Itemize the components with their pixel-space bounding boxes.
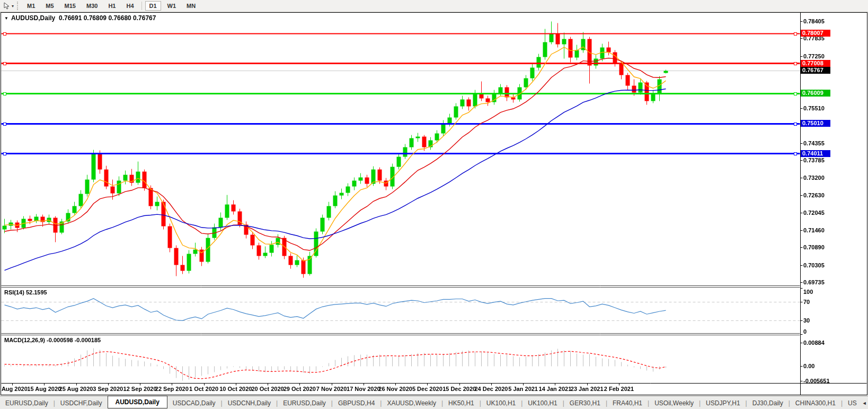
level-price-badge: 0.78007 bbox=[801, 30, 830, 37]
chart-symbol: AUDUSD,Daily bbox=[11, 14, 55, 22]
date-axis-label: 2 Feb 2021 bbox=[604, 386, 634, 392]
timeframe-button-h1[interactable]: H1 bbox=[104, 1, 120, 11]
pointer-icon bbox=[3, 2, 11, 10]
price-axis-tick: 0.73785 bbox=[803, 157, 825, 163]
date-axis-label: 20 Oct 2020 bbox=[252, 386, 284, 392]
chart-tab-dj30-daily[interactable]: DJ30,Daily bbox=[747, 398, 789, 408]
date-axis-label: 24 Dec 2020 bbox=[474, 386, 508, 392]
date-axis-label: 10 Oct 2020 bbox=[219, 386, 252, 392]
date-axis-label: 17 Nov 2020 bbox=[347, 386, 380, 392]
chart-tab-usoil-weekly[interactable]: USOil,Weekly bbox=[649, 398, 699, 408]
rsi-axis-tick: 30 bbox=[803, 317, 810, 324]
date-axis-label: 25 Aug 2020 bbox=[59, 386, 93, 392]
chart-tab-hk50-h1[interactable]: HK50,H1 bbox=[443, 398, 480, 408]
level-price-badge: 0.74011 bbox=[801, 150, 830, 157]
rsi-axis-tick: 0 bbox=[803, 328, 807, 335]
rsi-axis-tick: 100 bbox=[803, 289, 813, 295]
price-axis-tick: 0.72045 bbox=[803, 210, 825, 216]
price-axis-tick: 0.78405 bbox=[803, 18, 825, 24]
chart-tab-uk100-h1[interactable]: UK100,H1 bbox=[522, 398, 562, 408]
price-axis-tick: 0.70890 bbox=[803, 244, 825, 250]
chart-tab-ger30-h1[interactable]: GER30,H1 bbox=[564, 398, 606, 408]
toolbar-separator bbox=[141, 2, 142, 10]
timeframe-toolbar: ▾ M1M5M15M30H1H4D1W1MN bbox=[0, 0, 868, 12]
price-axis-tick: 0.75510 bbox=[803, 105, 825, 111]
timeframe-button-d1[interactable]: D1 bbox=[145, 1, 161, 11]
chart-tab-xauusd-weekly[interactable]: XAUUSD,Weekly bbox=[382, 398, 441, 408]
price-axis-tick: 0.72630 bbox=[803, 192, 825, 198]
timeframe-button-m1[interactable]: M1 bbox=[23, 1, 39, 11]
date-axis-label: 5 Jan 2021 bbox=[508, 386, 538, 392]
chart-tab-uk100-h1[interactable]: UK100,H1 bbox=[481, 398, 521, 408]
date-axis-label: 26 Nov 2020 bbox=[378, 386, 412, 392]
timeframe-button-w1[interactable]: W1 bbox=[163, 1, 181, 11]
date-axis-label: 22 Sep 2020 bbox=[155, 386, 189, 392]
price-axis-tick: 0.70305 bbox=[803, 262, 825, 268]
price-chart-canvas[interactable] bbox=[0, 0, 868, 409]
rsi-axis-tick: 70 bbox=[803, 299, 810, 305]
chevron-down-icon: ▾ bbox=[12, 4, 14, 8]
tab-scroll-buttons: ◄► bbox=[862, 401, 868, 406]
timeframe-buttons: M1M5M15M30H1H4D1W1MN bbox=[22, 1, 201, 11]
date-axis-label: 12 Sep 2020 bbox=[123, 386, 157, 392]
timeframe-button-h4[interactable]: H4 bbox=[122, 1, 138, 11]
date-axis-label: 29 Oct 2020 bbox=[284, 386, 316, 392]
chart-ohlc-values: 0.76691 0.76809 0.76680 0.76767 bbox=[59, 14, 156, 22]
price-axis-tick: 0.77250 bbox=[803, 53, 825, 59]
price-axis-tick: 0.74355 bbox=[803, 140, 825, 146]
chart-tab-fra40-h1[interactable]: FRA40,H1 bbox=[607, 398, 648, 408]
pane-separator-macd[interactable] bbox=[0, 333, 800, 335]
level-price-badge: 0.75010 bbox=[801, 120, 830, 127]
chart-tab-usdcad-daily[interactable]: USDCAD,Daily bbox=[167, 398, 221, 408]
chart-tab-audusd-daily[interactable]: AUDUSD,Daily bbox=[108, 396, 167, 408]
macd-axis-tick: 0.00 bbox=[803, 363, 814, 369]
level-price-badge: 0.77008 bbox=[801, 60, 830, 67]
date-axis-label: 7 Nov 2020 bbox=[316, 386, 347, 392]
date-axis-label: 1 Oct 2020 bbox=[189, 386, 218, 392]
timeframe-button-m15[interactable]: M15 bbox=[60, 1, 80, 11]
date-axis-label: 14 Jan 2021 bbox=[539, 386, 572, 392]
timeframe-button-m30[interactable]: M30 bbox=[82, 1, 102, 11]
chart-tab-usdjpy-h1[interactable]: USDJPY,H1 bbox=[701, 398, 745, 408]
current-price-badge: 0.76767 bbox=[801, 67, 830, 74]
chart-tab-usdcnh-daily[interactable]: USDCNH,Daily bbox=[223, 398, 276, 408]
date-axis-label: 3 Sep 2020 bbox=[93, 386, 123, 392]
timeframe-button-m5[interactable]: M5 bbox=[41, 1, 58, 11]
toolbar-grip[interactable] bbox=[17, 2, 20, 10]
chart-tab-usdchf-daily[interactable]: USDCHF,Daily bbox=[55, 398, 108, 408]
chart-pointer-icon[interactable]: ▾ bbox=[1, 2, 16, 10]
macd-axis-tick: -0.005651 bbox=[803, 378, 830, 384]
date-axis-label: 15 Aug 2020 bbox=[27, 386, 61, 392]
date-axis-label: 5 Dec 2020 bbox=[412, 386, 442, 392]
rsi-indicator-label: RSI(14) 52.1595 bbox=[4, 289, 47, 295]
price-axis-tick: 0.69735 bbox=[803, 279, 825, 285]
chart-tab-gbpusd-h4[interactable]: GBPUSD,H4 bbox=[333, 398, 380, 408]
chart-tab-us[interactable]: US bbox=[843, 398, 862, 408]
chart-tab-china300-h1[interactable]: CHINA300,H1 bbox=[790, 398, 841, 408]
timeframe-button-mn[interactable]: MN bbox=[182, 1, 200, 11]
chart-tab-eurusd-daily[interactable]: EURUSD,Daily bbox=[278, 398, 331, 408]
macd-axis-tick: 0.00884 bbox=[803, 340, 825, 346]
macd-indicator-label: MACD(12,26,9) -0.000598 -0.000185 bbox=[4, 337, 101, 343]
chart-title: ▼AUDUSD,Daily 0.76691 0.76809 0.76680 0.… bbox=[4, 14, 156, 22]
date-axis-label: 23 Jan 2021 bbox=[571, 386, 604, 392]
price-axis-tick: 0.71460 bbox=[803, 227, 825, 233]
date-axis-label: 6 Aug 2020 bbox=[0, 386, 28, 392]
mt4-terminal: ▾ M1M5M15M30H1H4D1W1MN ▼AUDUSD,Daily 0.7… bbox=[0, 0, 868, 409]
pane-separator-rsi[interactable] bbox=[0, 285, 800, 288]
tab-scroll-left-icon[interactable]: ◄ bbox=[862, 401, 867, 406]
chart-tabs-bar: EURUSD,Daily|USDCHF,DailyAUDUSD,DailyUSD… bbox=[0, 396, 868, 409]
date-axis-label: 15 Dec 2020 bbox=[442, 386, 476, 392]
level-price-badge: 0.76009 bbox=[801, 90, 830, 97]
chart-tab-eurusd-daily[interactable]: EURUSD,Daily bbox=[0, 398, 54, 408]
price-axis-tick: 0.73200 bbox=[803, 175, 825, 181]
collapse-triangle-icon[interactable]: ▼ bbox=[4, 16, 8, 21]
